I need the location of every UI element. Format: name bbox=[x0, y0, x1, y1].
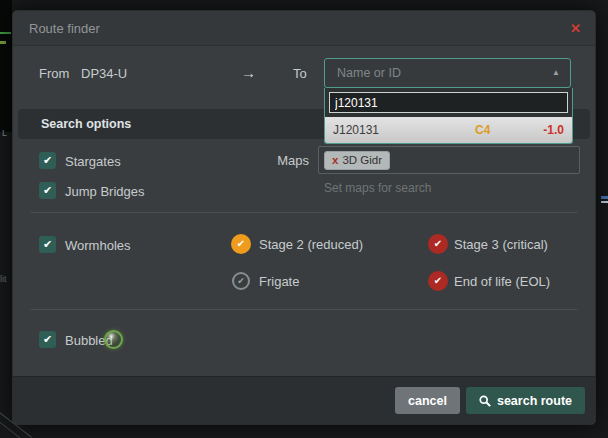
dialog-footer: cancel search route bbox=[13, 376, 595, 424]
to-system-select[interactable]: Name or ID ▲ bbox=[324, 58, 571, 88]
backdrop-text-fragment: L bbox=[2, 128, 7, 138]
to-system-dropdown: J120131 C4 -1.0 bbox=[324, 88, 573, 144]
option-system-name: J120131 bbox=[333, 123, 379, 137]
jump-bridges-label: Jump Bridges bbox=[65, 184, 144, 199]
option-security-status: -1.0 bbox=[543, 117, 564, 143]
search-options-title: Search options bbox=[41, 109, 131, 139]
arrow-right-icon: → bbox=[241, 64, 256, 81]
check-icon: ✔ bbox=[43, 185, 52, 196]
check-icon: ✔ bbox=[43, 334, 52, 345]
wormholes-checkbox[interactable]: ✔ bbox=[39, 236, 56, 253]
to-select-placeholder: Name or ID bbox=[337, 59, 401, 87]
to-label: To bbox=[293, 66, 307, 81]
eol-checkbox[interactable]: ✔ bbox=[428, 271, 448, 291]
backdrop-blue-line bbox=[601, 196, 608, 199]
check-icon: ✔ bbox=[434, 276, 442, 286]
jump-bridges-checkbox[interactable]: ✔ bbox=[39, 182, 56, 199]
frigate-label: Frigate bbox=[259, 274, 299, 289]
maps-hint-text: Set maps for search bbox=[324, 181, 431, 195]
cancel-button[interactable]: cancel bbox=[395, 387, 460, 414]
map-tag: x3D Gidr bbox=[324, 151, 390, 170]
maps-select-input[interactable]: x3D Gidr bbox=[318, 146, 580, 174]
search-route-button[interactable]: search route bbox=[466, 387, 585, 414]
from-label: From bbox=[39, 66, 69, 81]
dialog-header: Route finder ✕ bbox=[13, 11, 595, 46]
backdrop-green-line bbox=[0, 32, 11, 34]
bubbled-checkbox[interactable]: ✔ bbox=[39, 331, 56, 348]
backdrop-dark-strip bbox=[0, 0, 12, 132]
maps-label: Maps bbox=[271, 153, 309, 168]
section-divider bbox=[31, 309, 577, 310]
stage3-label: Stage 3 (critical) bbox=[454, 237, 548, 252]
dropdown-search-input[interactable] bbox=[329, 92, 568, 113]
search-icon bbox=[479, 395, 491, 407]
stargates-checkbox[interactable]: ✔ bbox=[39, 152, 56, 169]
stage3-checkbox[interactable]: ✔ bbox=[428, 234, 448, 254]
backdrop-text-fragment: lit bbox=[0, 274, 7, 284]
cancel-button-label: cancel bbox=[408, 394, 447, 408]
from-value: DP34-U bbox=[81, 66, 127, 81]
bubble-icon bbox=[104, 330, 123, 349]
search-route-button-label: search route bbox=[497, 394, 572, 408]
dialog-title: Route finder bbox=[29, 11, 100, 46]
check-icon: ✔ bbox=[237, 277, 245, 286]
check-icon: ✔ bbox=[434, 239, 442, 249]
map-tag-label: 3D Gidr bbox=[342, 154, 382, 166]
section-divider bbox=[31, 212, 577, 213]
stage2-checkbox[interactable]: ✔ bbox=[231, 234, 251, 254]
frigate-checkbox[interactable]: ✔ bbox=[232, 272, 250, 290]
check-icon: ✔ bbox=[43, 155, 52, 166]
backdrop-blue-line bbox=[601, 201, 608, 203]
check-icon: ✔ bbox=[43, 239, 52, 250]
stargates-label: Stargates bbox=[65, 154, 121, 169]
close-icon[interactable]: ✕ bbox=[570, 11, 581, 46]
stage2-label: Stage 2 (reduced) bbox=[259, 237, 363, 252]
backdrop-lime-dot bbox=[0, 41, 6, 44]
eol-label: End of life (EOL) bbox=[454, 274, 550, 289]
route-finder-dialog: Route finder ✕ From DP34-U → To Name or … bbox=[12, 10, 596, 425]
dropdown-option-system[interactable]: J120131 C4 -1.0 bbox=[325, 117, 572, 143]
option-wormhole-class: C4 bbox=[475, 117, 490, 143]
wormholes-label: Wormholes bbox=[65, 238, 131, 253]
check-icon: ✔ bbox=[237, 239, 245, 249]
chevron-up-icon: ▲ bbox=[552, 59, 560, 87]
remove-tag-icon[interactable]: x bbox=[332, 154, 338, 166]
